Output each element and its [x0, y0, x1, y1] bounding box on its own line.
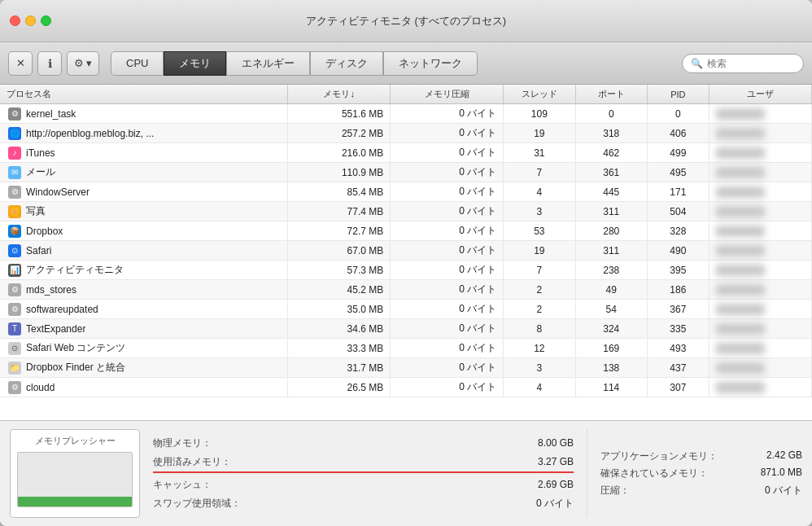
cell-memory: 85.4 MB — [288, 182, 391, 202]
cell-user: username — [709, 319, 811, 339]
minimize-button[interactable] — [25, 15, 36, 26]
col-header-pid[interactable]: PID — [647, 85, 709, 104]
cell-threads: 19 — [504, 241, 575, 261]
cell-pid: 367 — [647, 300, 709, 319]
cell-memory: 257.2 MB — [288, 124, 391, 143]
col-header-memory-compressed[interactable]: メモリ圧縮 — [391, 85, 504, 104]
right-stat-value-reserved: 871.0 MB — [745, 467, 802, 480]
gear-icon: ⚙ ▾ — [74, 57, 93, 69]
cell-threads: 109 — [504, 104, 575, 124]
process-name-cell: ⚙kernel_task — [0, 104, 288, 124]
table-row[interactable]: 🌼写真77.4 MB0 バイト3311504username — [0, 202, 812, 221]
cell-user: username — [709, 202, 811, 221]
col-header-name[interactable]: プロセス名 — [0, 85, 288, 104]
cell-memory-compressed: 0 バイト — [391, 241, 504, 261]
traffic-lights — [10, 15, 51, 26]
table-row[interactable]: ⚙WindowServer85.4 MB0 バイト4445171username — [0, 182, 812, 202]
col-header-threads[interactable]: スレッド — [504, 85, 575, 104]
cell-pid: 437 — [647, 358, 709, 378]
cell-memory-compressed: 0 バイト — [391, 124, 504, 143]
search-icon: 🔍 — [691, 58, 703, 69]
process-name-cell: ♪iTunes — [0, 143, 288, 163]
table-row[interactable]: ⊙Safari Web コンテンツ33.3 MB0 バイト12169493use… — [0, 339, 812, 358]
cell-memory: 57.3 MB — [288, 261, 391, 280]
cell-memory: 34.6 MB — [288, 319, 391, 339]
table-header-row: プロセス名 メモリ↓ メモリ圧縮 スレッド ポート PID ユーザ — [0, 85, 812, 104]
process-icon: ✉ — [8, 166, 21, 179]
process-name-cell: ⚙WindowServer — [0, 182, 288, 202]
table-row[interactable]: ⚙cloudd26.5 MB0 バイト4114307username — [0, 378, 812, 397]
process-icon: 📁 — [8, 362, 21, 375]
table-row[interactable]: 📁Dropbox Finder と統合31.7 MB0 バイト3138437us… — [0, 358, 812, 378]
toolbar: ✕ ℹ ⚙ ▾ CPU メモリ エネルギー ディスク ネットワーク 🔍 — [0, 42, 812, 85]
cell-memory-compressed: 0 バイト — [391, 202, 504, 221]
tab-disk[interactable]: ディスク — [310, 51, 383, 76]
info-icon: ℹ — [48, 57, 52, 70]
tab-memory[interactable]: メモリ — [164, 51, 226, 76]
user-value-blurred: username — [716, 362, 765, 374]
process-name-cell: ✉メール — [0, 163, 288, 182]
user-value-blurred: username — [716, 108, 765, 120]
process-name: mds_stores — [26, 284, 76, 296]
gear-button[interactable]: ⚙ ▾ — [67, 51, 99, 76]
cell-ports: 54 — [575, 300, 647, 319]
col-header-ports[interactable]: ポート — [575, 85, 647, 104]
cell-pid: 335 — [647, 319, 709, 339]
cell-ports: 49 — [575, 280, 647, 300]
memory-pressure-box: メモリプレッシャー — [10, 429, 140, 518]
cell-user: username — [709, 378, 811, 397]
user-value-blurred: username — [716, 265, 765, 276]
info-button[interactable]: ℹ — [37, 51, 62, 76]
close-button[interactable] — [10, 15, 20, 26]
right-stat-value-compress: 0 バイト — [745, 484, 802, 498]
user-value-blurred: username — [716, 382, 765, 393]
process-name-cell: ⚙softwareupdated — [0, 300, 288, 319]
cell-ports: 238 — [575, 261, 647, 280]
process-icon: T — [8, 322, 21, 335]
cell-threads: 7 — [504, 163, 575, 182]
process-name-cell: ⚙cloudd — [0, 378, 288, 397]
user-value-blurred: username — [716, 186, 765, 198]
cell-memory: 26.5 MB — [288, 378, 391, 397]
table-row[interactable]: ♪iTunes216.0 MB0 バイト31462499username — [0, 143, 812, 163]
cell-memory: 31.7 MB — [288, 358, 391, 378]
process-name-cell: ⊙Safari Web コンテンツ — [0, 339, 288, 358]
user-value-blurred: username — [716, 128, 765, 139]
process-name-cell: TTextExpander — [0, 319, 288, 339]
process-name: http://openblog.meblog.biz, ... — [26, 128, 154, 139]
table-row[interactable]: 📊アクティビティモニタ57.3 MB0 バイト7238395username — [0, 261, 812, 280]
maximize-button[interactable] — [41, 15, 51, 26]
process-icon: 📊 — [8, 264, 21, 277]
table-row[interactable]: ⊙Safari67.0 MB0 バイト19311490username — [0, 241, 812, 261]
cell-ports: 462 — [575, 143, 647, 163]
tab-energy[interactable]: エネルギー — [226, 51, 310, 76]
col-header-user[interactable]: ユーザ — [709, 85, 811, 104]
cell-pid: 328 — [647, 221, 709, 241]
user-value-blurred: username — [716, 167, 765, 178]
process-icon: ⊙ — [8, 342, 21, 355]
table-row[interactable]: ⚙mds_stores45.2 MB0 バイト249186username — [0, 280, 812, 300]
cell-memory: 110.9 MB — [288, 163, 391, 182]
process-name: iTunes — [26, 147, 55, 159]
tab-network[interactable]: ネットワーク — [383, 51, 478, 76]
cell-memory-compressed: 0 バイト — [391, 378, 504, 397]
user-value-blurred: username — [716, 304, 765, 315]
table-row[interactable]: TTextExpander34.6 MB0 バイト8324335username — [0, 319, 812, 339]
cell-memory-compressed: 0 バイト — [391, 358, 504, 378]
process-table: プロセス名 メモリ↓ メモリ圧縮 スレッド ポート PID ユーザ ⚙kerne… — [0, 85, 812, 397]
table-row[interactable]: ⚙softwareupdated35.0 MB0 バイト254367userna… — [0, 300, 812, 319]
cell-ports: 311 — [575, 241, 647, 261]
table-row[interactable]: ⚙kernel_task551.6 MB0 バイト10900username — [0, 104, 812, 124]
close-process-button[interactable]: ✕ — [8, 51, 33, 76]
tab-cpu[interactable]: CPU — [111, 51, 164, 76]
memory-stats: 物理メモリ： 8.00 GB 使用済みメモリ： 3.27 GB キャッシュ： 2… — [153, 429, 574, 518]
cell-ports: 311 — [575, 202, 647, 221]
search-input[interactable] — [707, 58, 795, 69]
process-icon: 🌐 — [8, 127, 21, 140]
col-header-memory[interactable]: メモリ↓ — [288, 85, 391, 104]
process-name-cell: 📁Dropbox Finder と統合 — [0, 358, 288, 378]
search-box[interactable]: 🔍 — [682, 54, 804, 73]
table-row[interactable]: 📦Dropbox72.7 MB0 バイト53280328username — [0, 221, 812, 241]
table-row[interactable]: ✉メール110.9 MB0 バイト7361495username — [0, 163, 812, 182]
table-row[interactable]: 🌐http://openblog.meblog.biz, ...257.2 MB… — [0, 124, 812, 143]
